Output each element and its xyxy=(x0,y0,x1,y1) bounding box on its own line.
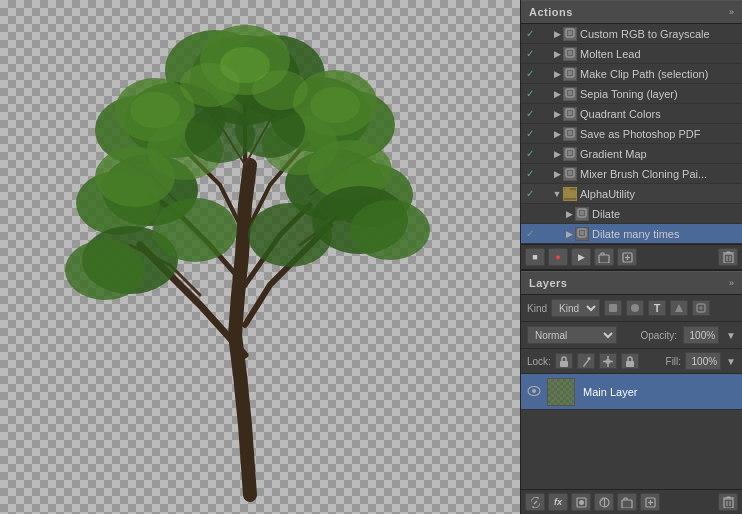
action-label: Quadrant Colors xyxy=(577,108,740,120)
action-check: ✓ xyxy=(523,88,537,99)
action-row[interactable]: ✓▶Sepia Toning (layer) xyxy=(521,84,742,104)
layers-blend-row: Normal Opacity: ▼ xyxy=(521,322,742,349)
action-type-icon xyxy=(563,47,577,61)
expand-icon[interactable]: ▶ xyxy=(551,149,563,159)
svg-point-28 xyxy=(220,47,270,83)
lock-position-btn[interactable] xyxy=(599,353,617,369)
action-row[interactable]: ✓▼AlphaUtility xyxy=(521,184,742,204)
expand-icon[interactable]: ▶ xyxy=(551,69,563,79)
blend-mode-select[interactable]: Normal xyxy=(527,326,617,344)
svg-rect-55 xyxy=(564,190,576,198)
opacity-arrow[interactable]: ▼ xyxy=(726,330,736,341)
fx-button[interactable]: fx xyxy=(548,493,568,511)
add-adjustment-button[interactable] xyxy=(594,493,614,511)
play-button[interactable]: ▶ xyxy=(571,248,591,266)
svg-rect-40 xyxy=(566,89,574,97)
shape-filter-btn[interactable] xyxy=(670,300,688,316)
smart-filter-btn[interactable] xyxy=(692,300,710,316)
kind-select[interactable]: Kind xyxy=(551,299,600,317)
svg-point-23 xyxy=(235,102,305,158)
action-label: Gradient Map xyxy=(577,148,740,160)
svg-rect-52 xyxy=(566,169,574,177)
layers-lock-row: Lock: Fill: ▼ xyxy=(521,349,742,374)
pixel-filter-btn[interactable] xyxy=(604,300,622,316)
tree-image xyxy=(30,5,490,505)
expand-icon[interactable]: ▶ xyxy=(551,129,563,139)
type-filter-btn[interactable]: T xyxy=(648,300,666,316)
action-label: Dilate many times xyxy=(589,228,740,240)
expand-icon[interactable]: ▶ xyxy=(551,89,563,99)
action-row[interactable]: ✓▶Make Clip Path (selection) xyxy=(521,64,742,84)
action-type-icon xyxy=(563,87,577,101)
opacity-label: Opacity: xyxy=(640,330,677,341)
action-label: Mixer Brush Cloning Pai... xyxy=(577,168,740,180)
canvas-area xyxy=(0,0,520,514)
lock-pixels-btn[interactable] xyxy=(555,353,573,369)
svg-rect-59 xyxy=(578,229,586,237)
adjustment-filter-btn[interactable] xyxy=(626,300,644,316)
actions-panel-arrows[interactable]: » xyxy=(729,7,734,17)
action-row[interactable]: ✓▶Gradient Map xyxy=(521,144,742,164)
new-group-button[interactable] xyxy=(617,493,637,511)
new-set-button[interactable] xyxy=(594,248,614,266)
svg-rect-66 xyxy=(724,254,733,263)
svg-point-25 xyxy=(248,203,332,267)
add-mask-button[interactable] xyxy=(571,493,591,511)
action-label: Make Clip Path (selection) xyxy=(577,68,740,80)
layer-list: Main Layer xyxy=(521,374,742,489)
action-check: ✓ xyxy=(523,68,537,79)
action-check: ✓ xyxy=(523,128,537,139)
action-row[interactable]: ✓▶Dilate many times xyxy=(521,224,742,244)
action-row[interactable]: ▶Dilate xyxy=(521,204,742,224)
expand-icon[interactable]: ▶ xyxy=(563,229,575,239)
action-row[interactable]: ✓▶Quadrant Colors xyxy=(521,104,742,124)
delete-layer-button[interactable] xyxy=(718,493,738,511)
fill-input[interactable] xyxy=(685,352,721,370)
opacity-input[interactable] xyxy=(683,326,719,344)
record-button[interactable]: ● xyxy=(548,248,568,266)
link-layers-button[interactable] xyxy=(525,493,545,511)
action-label: Custom RGB to Grayscale xyxy=(577,28,740,40)
expand-icon[interactable]: ▶ xyxy=(563,209,575,219)
action-check: ✓ xyxy=(523,168,537,179)
action-row[interactable]: ✓▶Custom RGB to Grayscale xyxy=(521,24,742,44)
action-type-icon xyxy=(563,147,577,161)
expand-icon[interactable]: ▶ xyxy=(551,109,563,119)
action-row[interactable]: ✓▶Save as Photoshop PDF xyxy=(521,124,742,144)
expand-icon[interactable]: ▼ xyxy=(551,189,563,199)
new-action-button[interactable] xyxy=(617,248,637,266)
expand-icon[interactable]: ▶ xyxy=(551,49,563,59)
layer-name: Main Layer xyxy=(579,386,738,398)
action-check: ✓ xyxy=(523,48,537,59)
action-label: Molten Lead xyxy=(577,48,740,60)
action-label: Sepia Toning (layer) xyxy=(577,88,740,100)
action-type-icon xyxy=(563,107,577,121)
svg-point-72 xyxy=(631,304,639,312)
actions-panel-header: Actions » xyxy=(521,0,742,24)
lock-label: Lock: xyxy=(527,356,551,367)
layers-panel: Layers » Kind Kind T xyxy=(521,271,742,514)
layer-visibility-icon[interactable] xyxy=(525,385,543,399)
svg-rect-74 xyxy=(560,361,568,367)
fill-arrow[interactable]: ▼ xyxy=(726,356,736,367)
actions-toolbar: ■ ● ▶ xyxy=(521,244,742,269)
stop-button[interactable]: ■ xyxy=(525,248,545,266)
svg-point-75 xyxy=(587,357,590,360)
svg-rect-89 xyxy=(724,499,733,508)
action-type-icon xyxy=(563,127,577,141)
layers-panel-arrows[interactable]: » xyxy=(729,278,734,288)
lock-all-btn[interactable] xyxy=(621,353,639,369)
lock-paint-btn[interactable] xyxy=(577,353,595,369)
expand-icon[interactable]: ▶ xyxy=(551,29,563,39)
delete-action-button[interactable] xyxy=(718,248,738,266)
action-row[interactable]: ✓▶Mixer Brush Cloning Pai... xyxy=(521,164,742,184)
new-layer-button[interactable] xyxy=(640,493,660,511)
layers-content: Kind Kind T xyxy=(521,295,742,514)
expand-icon[interactable]: ▶ xyxy=(551,169,563,179)
layer-row[interactable]: Main Layer xyxy=(521,374,742,410)
layers-panel-header: Layers » xyxy=(521,271,742,295)
fill-label: Fill: xyxy=(666,356,682,367)
svg-point-81 xyxy=(532,389,536,393)
action-row[interactable]: ✓▶Molten Lead xyxy=(521,44,742,64)
actions-list: ✓▶Custom RGB to Grayscale✓▶Molten Lead✓▶… xyxy=(521,24,742,244)
